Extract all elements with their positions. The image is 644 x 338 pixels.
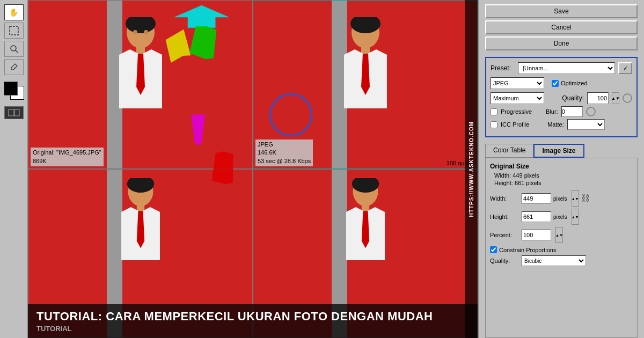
- toolbar: ✋: [0, 0, 28, 338]
- preset-label: Preset:: [491, 64, 515, 72]
- preset-row: Preset: [Unnam... ✓: [491, 62, 632, 74]
- watermark: HTTPS://WWW.ASKTEKNO.COM: [465, 0, 478, 338]
- select-tool[interactable]: [4, 23, 24, 39]
- svg-point-1: [11, 46, 16, 51]
- svg-rect-5: [14, 109, 19, 116]
- width-stepper[interactable]: ▲▼: [572, 190, 579, 207]
- quality-ring[interactable]: [623, 93, 632, 103]
- format-row: JPEG Optimized: [491, 77, 632, 89]
- progressive-label: Progressive: [501, 108, 532, 115]
- image-size-section: Original Size Width: 449 pixels Height: …: [485, 158, 638, 338]
- format-select[interactable]: JPEG: [491, 77, 544, 89]
- quality-resample-label: Quality:: [490, 258, 519, 264]
- height-label: Height:: [490, 214, 519, 220]
- width-label: Width:: [490, 195, 519, 202]
- svg-line-2: [16, 50, 18, 53]
- percent-input[interactable]: [522, 230, 551, 240]
- original-info: Original: "IMG_4695.JPG" 869K: [31, 148, 104, 166]
- save-button[interactable]: Save: [485, 4, 638, 18]
- hand-tool[interactable]: ✋: [4, 4, 24, 20]
- cancel-button[interactable]: Cancel: [485, 20, 638, 34]
- blur-input[interactable]: [561, 106, 583, 117]
- percent-label: Percent:: [490, 232, 519, 238]
- original-height-label: Height: 661 pixels: [494, 180, 633, 186]
- eyedropper-tool[interactable]: [4, 59, 24, 75]
- quality-preset-row: Maximum Quality: ▲▼: [491, 92, 632, 104]
- progressive-row: Progressive Blur:: [491, 106, 632, 117]
- watermark-text: HTTPS://WWW.ASKTEKNO.COM: [469, 121, 474, 217]
- tutorial-title: TUTORIAL: CARA MEMPERKECIL UKURAN FOTO D…: [36, 310, 469, 324]
- constrain-label: Constrain Proportions: [499, 247, 556, 253]
- tutorial-subtitle: TUTORIAL: [36, 325, 469, 333]
- color-boxes: [4, 82, 24, 100]
- svg-rect-0: [10, 26, 18, 35]
- blur-label: Blur:: [546, 108, 558, 115]
- panel-buttons: Save Cancel Done: [479, 0, 644, 55]
- jpeg-info: JPEG 146.6K 53 sec @ 28.8 Kbps: [255, 139, 313, 166]
- height-stepper[interactable]: ▲▼: [572, 209, 579, 225]
- svg-rect-12: [361, 46, 370, 54]
- tab-image-size[interactable]: Image Size: [533, 144, 584, 158]
- tab-color-table[interactable]: Color Table: [485, 144, 533, 158]
- right-panel: Save Cancel Done Preset: [Unnam... ✓ JPE…: [478, 0, 644, 338]
- quality-stepper[interactable]: ▲▼: [612, 92, 619, 104]
- icc-row: ICC Profile Matte:: [491, 119, 632, 130]
- original-size-title: Original Size: [490, 163, 633, 170]
- height-unit: pixels: [553, 214, 567, 220]
- matte-label: Matte:: [547, 121, 564, 128]
- quality-preset-select[interactable]: Maximum: [491, 92, 544, 104]
- width-unit: pixels: [553, 196, 567, 202]
- width-input[interactable]: [522, 193, 551, 204]
- progressive-checkbox[interactable]: [491, 108, 497, 115]
- original-width-label: Width: 449 pixels: [494, 172, 633, 179]
- svg-point-9: [133, 30, 137, 34]
- blur-ring: [586, 107, 596, 116]
- optimized-label: Optimized: [561, 80, 588, 86]
- tabs-row: Color Table Image Size: [485, 144, 638, 158]
- photo-area: Original: "IMG_4695.JPG" 869K JPEG 1: [28, 0, 478, 338]
- svg-rect-15: [136, 204, 144, 211]
- done-button[interactable]: Done: [485, 36, 638, 50]
- optimized-checkbox[interactable]: [552, 80, 559, 87]
- photo-cell-jpeg: JPEG 146.6K 53 sec @ 28.8 Kbps 100 quali…: [253, 0, 478, 169]
- quality-resample-select[interactable]: Bicubic: [522, 255, 586, 266]
- preset-select[interactable]: [Unnam...: [518, 62, 615, 74]
- svg-rect-18: [361, 204, 369, 211]
- foreground-color[interactable]: [4, 82, 18, 95]
- bottom-overlay: TUTORIAL: CARA MEMPERKECIL UKURAN FOTO D…: [28, 304, 478, 338]
- svg-rect-4: [9, 109, 14, 116]
- svg-rect-7: [136, 46, 145, 54]
- icc-label: ICC Profile: [501, 121, 529, 128]
- percent-stepper[interactable]: ▲▼: [555, 227, 563, 243]
- quality-label: Quality:: [562, 94, 584, 102]
- quality-input[interactable]: [587, 92, 609, 104]
- photo-cell-original: Original: "IMG_4695.JPG" 869K: [28, 0, 253, 169]
- settings-section: Preset: [Unnam... ✓ JPEG Optimized: [485, 57, 638, 137]
- matte-select[interactable]: [567, 119, 605, 130]
- zoom-view[interactable]: [4, 106, 24, 119]
- height-input[interactable]: [522, 211, 551, 222]
- link-chain: ⛓: [581, 194, 590, 203]
- svg-point-10: [144, 30, 148, 34]
- preset-ok-button[interactable]: ✓: [618, 62, 632, 74]
- constrain-checkbox[interactable]: [490, 246, 497, 253]
- icc-checkbox[interactable]: [491, 121, 497, 128]
- zoom-tool[interactable]: [4, 41, 24, 57]
- main-container: ✋: [0, 0, 644, 338]
